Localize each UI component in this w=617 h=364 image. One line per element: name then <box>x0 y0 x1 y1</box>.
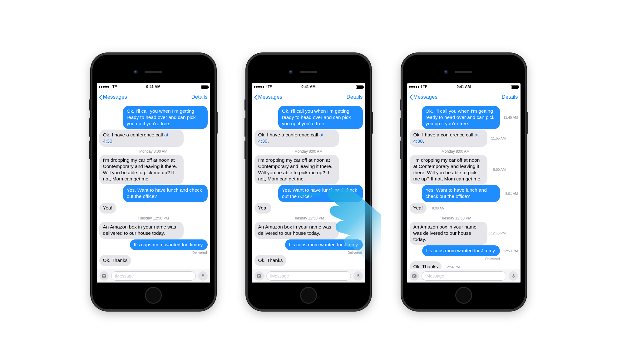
message-bubble[interactable]: Ok. I have a conference call at 4:30.11:… <box>254 130 363 147</box>
screen: LTE 9:41 AM Messages Details Ok, I'll ca… <box>252 83 365 283</box>
input-bar: iMessage <box>407 269 521 283</box>
message-time: 8:00 AM <box>489 168 506 171</box>
timestamp-header: Monday 8:00 AM <box>99 149 208 154</box>
iphone-device: LTE 9:41 AM Messages Details Ok, I'll ca… <box>401 52 527 312</box>
message-bubble[interactable]: Ok, I'll call you when I'm getting ready… <box>410 106 518 129</box>
message-bubble[interactable]: An Amazon box in your name was delivered… <box>99 222 208 239</box>
message-bubble[interactable]: Ok. Thanks12:54 PM <box>254 255 363 266</box>
message-bubble[interactable]: It's cups mom wanted for Jimmy.12:53 PM <box>254 239 363 250</box>
message-time: 11:45 AM <box>502 116 518 119</box>
home-button[interactable] <box>145 287 162 304</box>
earpiece <box>145 71 162 73</box>
message-time: 12:53 PM <box>502 249 518 253</box>
chevron-left-icon <box>410 94 413 100</box>
message-time: 8:01 AM <box>502 192 518 195</box>
camera-icon[interactable] <box>99 271 109 281</box>
battery-icon <box>356 85 363 89</box>
status-clock: 9:41 AM <box>252 85 365 89</box>
screen: LTE 9:41 AM Messages Details Ok, I'll ca… <box>407 83 521 283</box>
status-clock: 9:41 AM <box>97 85 210 89</box>
back-label: Messages <box>258 94 282 100</box>
message-time: 8:00 AM <box>428 206 445 210</box>
delivered-label: Delivered <box>254 251 362 254</box>
message-bubble[interactable]: It's cups mom wanted for Jimmy.12:53 PM <box>99 239 208 250</box>
message-bubble[interactable]: Yes. Want to have lunch and check out th… <box>99 185 208 202</box>
message-bubble[interactable]: An Amazon box in your name was delivered… <box>254 222 363 239</box>
timestamp-header: Tuesday 12:50 PM <box>407 216 510 220</box>
front-camera <box>444 70 448 74</box>
nav-bar: Messages Details <box>407 90 521 104</box>
battery-icon <box>511 85 519 89</box>
message-bubble[interactable]: Ok. Thanks12:54 PM <box>99 255 208 266</box>
home-button[interactable] <box>455 287 472 304</box>
status-bar: LTE 9:41 AM <box>97 83 210 90</box>
message-bubble[interactable]: Ok. I have a conference call at 4:30.11:… <box>410 130 518 147</box>
delivered-label: Delivered <box>410 257 500 261</box>
screen: LTE 9:41 AM Messages Details Ok, I'll ca… <box>97 83 210 283</box>
message-bubble[interactable]: Yea!8:00 AM <box>254 203 363 214</box>
timestamp-header: Monday 8:00 AM <box>254 149 363 154</box>
iphone-device: LTE 9:41 AM Messages Details Ok, I'll ca… <box>245 52 372 312</box>
message-bubble[interactable]: I'm dropping my car off at noon at Conte… <box>410 155 518 184</box>
message-time: 12:50 PM <box>489 231 506 235</box>
message-bubble[interactable]: Yes. Want to have lunch and check out th… <box>254 185 363 202</box>
battery-icon <box>201 85 208 89</box>
nav-bar: Messages Details <box>97 90 210 104</box>
message-thread[interactable]: Ok, I'll call you when I'm getting ready… <box>407 104 521 269</box>
message-bubble[interactable]: Yea!8:00 AM <box>410 203 518 214</box>
details-button[interactable]: Details <box>499 94 521 100</box>
message-bubble[interactable]: I'm dropping my car off at noon at Conte… <box>99 155 208 184</box>
microphone-icon[interactable] <box>509 271 518 281</box>
home-button[interactable] <box>300 287 317 304</box>
back-button[interactable]: Messages <box>407 94 440 100</box>
message-bubble[interactable]: I'm dropping my car off at noon at Conte… <box>254 155 363 184</box>
nav-bar: Messages Details <box>252 90 365 104</box>
message-bubble[interactable]: Ok, I'll call you when I'm getting ready… <box>254 106 363 129</box>
message-bubble[interactable]: Yes. Want to have lunch and check out th… <box>410 185 518 202</box>
chevron-left-icon <box>254 94 258 100</box>
timestamp-header: Tuesday 12:50 PM <box>254 216 363 220</box>
message-bubble[interactable]: It's cups mom wanted for Jimmy.12:53 PM <box>410 245 518 256</box>
message-thread[interactable]: Ok, I'll call you when I'm getting ready… <box>97 104 210 269</box>
message-time: 12:54 PM <box>443 265 460 269</box>
message-input[interactable]: iMessage <box>422 271 506 281</box>
message-bubble[interactable]: Yea!8:00 AM <box>99 203 208 214</box>
earpiece <box>300 71 317 73</box>
chevron-left-icon <box>99 94 103 100</box>
message-input[interactable]: iMessage <box>111 271 196 281</box>
status-clock: 9:41 AM <box>407 85 521 89</box>
input-bar: iMessage <box>252 269 365 283</box>
camera-icon[interactable] <box>254 271 264 281</box>
back-label: Messages <box>103 94 127 100</box>
back-button[interactable]: Messages <box>252 94 285 100</box>
iphone-device: LTE 9:41 AM Messages Details Ok, I'll ca… <box>90 52 217 312</box>
earpiece <box>455 71 472 73</box>
input-bar: iMessage <box>97 269 210 283</box>
camera-icon[interactable] <box>410 271 419 281</box>
message-thread[interactable]: Ok, I'll call you when I'm getting ready… <box>252 104 365 269</box>
details-button[interactable]: Details <box>189 94 210 100</box>
message-bubble[interactable]: An Amazon box in your name was delivered… <box>410 222 518 245</box>
back-button[interactable]: Messages <box>97 94 130 100</box>
details-button[interactable]: Details <box>344 94 365 100</box>
microphone-icon[interactable] <box>353 271 363 281</box>
message-time: 11:55 AM <box>489 136 506 140</box>
status-bar: LTE 9:41 AM <box>407 83 521 90</box>
message-bubble[interactable]: Ok. Thanks12:54 PM <box>410 261 518 269</box>
message-bubble[interactable]: Ok. I have a conference call at 4:30.11:… <box>99 130 208 147</box>
message-bubble[interactable]: Ok, I'll call you when I'm getting ready… <box>99 106 208 129</box>
message-input[interactable]: iMessage <box>266 271 351 281</box>
front-camera <box>289 70 293 74</box>
timestamp-header: Monday 8:00 AM <box>407 149 510 154</box>
back-label: Messages <box>413 94 437 100</box>
status-bar: LTE 9:41 AM <box>252 83 365 90</box>
delivered-label: Delivered <box>99 251 207 254</box>
microphone-icon[interactable] <box>198 271 208 281</box>
front-camera <box>134 70 137 74</box>
timestamp-header: Tuesday 12:50 PM <box>99 216 208 220</box>
